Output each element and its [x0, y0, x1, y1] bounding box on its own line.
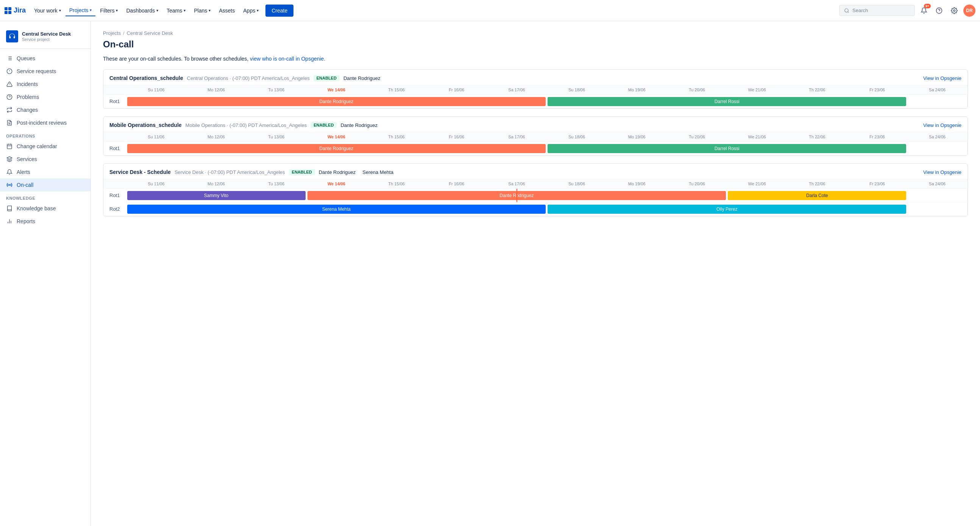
date-header: We 21/06: [727, 85, 787, 95]
schedule-name: Mobile Operations_schedule: [110, 122, 182, 128]
nav-item-filters[interactable]: Filters ▾: [96, 5, 122, 16]
notifications-button[interactable]: 9+: [918, 5, 930, 17]
nav-item-plans[interactable]: Plans ▾: [190, 5, 214, 16]
sidebar-item-alerts[interactable]: Alerts: [0, 166, 91, 179]
row-label: Rot1: [103, 189, 126, 202]
date-header: We 21/06: [727, 179, 787, 189]
schedule-status: ENABLED: [289, 169, 315, 175]
breadcrumb: Projects / Central Service Desk: [103, 30, 968, 36]
table-row: Rot1Dante RodriguezDarrel Rossi: [103, 95, 967, 108]
cal-cell: [907, 95, 967, 108]
cal-cell: Darla Cote: [727, 189, 907, 202]
date-header: Sa 17/06: [487, 132, 547, 142]
oncall-person: Dante Rodriguez: [319, 169, 356, 175]
sidebar-item-knowledge-base[interactable]: Knowledge base: [0, 202, 91, 215]
svg-point-0: [845, 8, 848, 12]
nav-item-teams[interactable]: Teams ▾: [163, 5, 189, 16]
date-header: Su 11/06: [126, 85, 186, 95]
incident-icon: [6, 81, 13, 88]
date-header: Th 22/06: [787, 85, 847, 95]
oncall-person: Dante Rodriguez: [340, 123, 377, 128]
sidebar-item-queues[interactable]: Queues: [0, 52, 91, 65]
sidebar: Central Service Desk Service project Que…: [0, 21, 91, 526]
nav-item-apps[interactable]: Apps ▾: [239, 5, 262, 16]
search-box[interactable]: Search: [839, 5, 915, 16]
opsgenie-link[interactable]: view who is on-call in Opsgenie.: [250, 56, 325, 62]
sidebar-item-label: Services: [17, 156, 37, 162]
schedule-bar: Dante Rodriguez: [127, 97, 546, 106]
nav-item-assets[interactable]: Assets: [215, 5, 239, 16]
sidebar-item-change-calendar[interactable]: Change calendar: [0, 140, 91, 153]
row-label: Rot1: [103, 142, 126, 155]
row-label: Rot1: [103, 95, 126, 108]
schedule-header-0: Central Operations_schedule Central Oper…: [103, 70, 967, 85]
date-header: Mo 12/06: [186, 132, 247, 142]
date-header: Tu 13/06: [246, 179, 306, 189]
date-header: Sa 24/06: [907, 179, 967, 189]
svg-rect-20: [7, 144, 12, 149]
schedule-meta: Service Desk · (-07:00) PDT America/Los_…: [175, 169, 285, 175]
schedule-bar: Olly Perez: [547, 205, 906, 214]
date-header: Su 18/06: [547, 132, 607, 142]
headset-icon: [9, 33, 16, 40]
post-incident-icon: [6, 120, 13, 126]
chevron-down-icon: ▾: [257, 8, 259, 13]
date-header: We 14/06: [306, 85, 367, 95]
sidebar-item-services[interactable]: Services: [0, 153, 91, 166]
table-row: Rot1Dante RodriguezDarrel Rossi: [103, 142, 967, 155]
svg-point-25: [9, 185, 10, 186]
sidebar-item-reports[interactable]: Reports: [0, 215, 91, 228]
help-icon: [936, 7, 942, 14]
sidebar-item-on-call[interactable]: On-call: [0, 179, 91, 191]
sidebar-item-problems[interactable]: Problems: [0, 91, 91, 104]
main-layout: Central Service Desk Service project Que…: [0, 21, 980, 526]
notification-badge: 9+: [924, 4, 931, 8]
sidebar-item-incidents[interactable]: Incidents: [0, 78, 91, 91]
cal-cell: Darrel Rossi: [547, 95, 907, 108]
project-icon: [6, 30, 18, 43]
queue-icon: [6, 55, 13, 62]
view-opsgenie-link[interactable]: View in Opsgenie: [923, 123, 961, 128]
search-icon: [844, 8, 850, 13]
sidebar-item-label: Changes: [17, 107, 38, 113]
create-button[interactable]: Create: [266, 5, 293, 17]
cal-cell: [907, 189, 967, 202]
sidebar-item-label: Post-incident reviews: [17, 120, 67, 126]
sidebar-item-post-incident-reviews[interactable]: Post-incident reviews: [0, 116, 91, 129]
help-button[interactable]: [933, 5, 945, 17]
sidebar-item-label: Queues: [17, 55, 35, 61]
cal-cell: Darrel Rossi: [547, 142, 907, 155]
view-opsgenie-link[interactable]: View in Opsgenie: [923, 75, 961, 81]
date-header: Tu 13/06: [246, 132, 306, 142]
sidebar-item-changes[interactable]: Changes: [0, 104, 91, 116]
cal-cell: Sammy Vito: [126, 189, 306, 202]
logo[interactable]: Jira: [5, 6, 26, 14]
nav-items: Your work ▾Projects ▾Filters ▾Dashboards…: [30, 5, 262, 16]
date-header: We 14/06: [306, 132, 367, 142]
chevron-down-icon: ▾: [59, 8, 61, 13]
cal-cell: Olly Perez: [547, 202, 907, 216]
avatar[interactable]: DR: [963, 5, 975, 17]
sidebar-section-knowledge: KNOWLEDGE: [0, 191, 91, 202]
view-opsgenie-link[interactable]: View in Opsgenie: [923, 169, 961, 175]
nav-item-dashboards[interactable]: Dashboards ▾: [123, 5, 162, 16]
page-title: On-call: [103, 39, 968, 49]
row-label: Rot2: [103, 202, 126, 216]
sidebar-item-service-requests[interactable]: Service requests: [0, 65, 91, 78]
project-header[interactable]: Central Service Desk Service project: [0, 26, 91, 49]
svg-marker-24: [7, 156, 12, 159]
schedule-card-0: Central Operations_schedule Central Oper…: [103, 69, 968, 109]
schedule-status: ENABLED: [310, 122, 337, 128]
schedule-meta: Central Operations · (-07:00) PDT Americ…: [187, 75, 310, 81]
breadcrumb-projects[interactable]: Projects: [103, 30, 121, 36]
schedule-bar: Dante Rodriguez: [127, 144, 546, 153]
chevron-down-icon: ▾: [156, 8, 158, 13]
date-header: Fr 23/06: [847, 179, 907, 189]
nav-item-your-work[interactable]: Your work ▾: [30, 5, 65, 16]
date-header: Th 15/06: [367, 179, 427, 189]
sidebar-section-operations: OPERATIONS: [0, 129, 91, 140]
settings-button[interactable]: [948, 5, 960, 17]
nav-right-area: Search 9+ DR: [839, 5, 975, 17]
breadcrumb-central-service-desk[interactable]: Central Service Desk: [127, 30, 173, 36]
nav-item-projects[interactable]: Projects ▾: [65, 5, 96, 16]
